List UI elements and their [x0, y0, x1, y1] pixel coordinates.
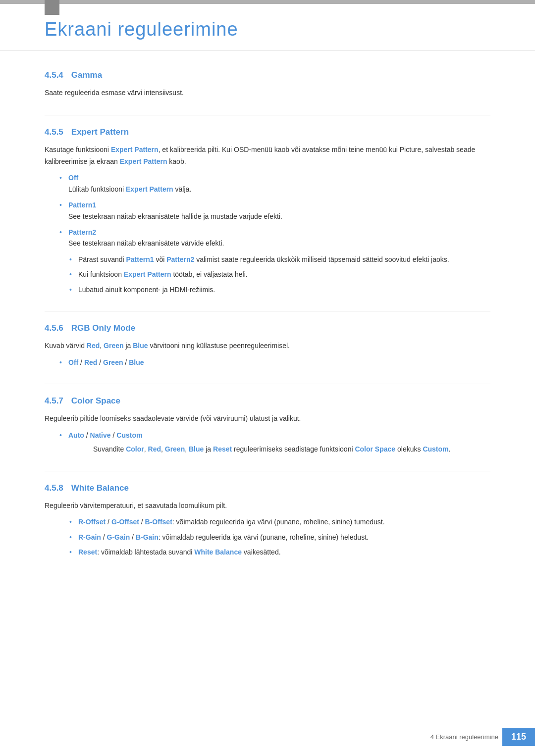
section-body-4-5-7: Reguleerib piltide loomiseks saadaolevat…	[45, 413, 490, 455]
footer: 4 Ekraani reguleerimine 115	[430, 728, 535, 746]
section-number-4-5-4: 4.5.4	[45, 70, 63, 80]
list-item-offset: R-Offset / G-Offset / B-Offset: võimalda…	[69, 516, 490, 527]
kw-expert-pattern-1: Expert Pattern	[111, 146, 159, 153]
kw-custom: Custom	[116, 431, 142, 439]
kw-g-gain: G-Gain	[107, 533, 130, 541]
kw-green-1: Green	[104, 342, 123, 350]
kw-color-cs: Color	[126, 445, 144, 453]
rgb-mode-list: Off / Red / Green / Blue	[59, 357, 490, 368]
kw-expert-pattern-3: Expert Pattern	[126, 185, 173, 193]
pattern2-description: See testekraan näitab ekraanisätete värv…	[68, 239, 224, 247]
section-number-4-5-6: 4.5.6	[45, 323, 63, 333]
section-4-5-6: 4.5.6 RGB Only Mode Kuvab värvid Red, Gr…	[45, 323, 490, 368]
divider-1	[45, 115, 490, 115]
section-body-4-5-4: Saate reguleerida esmase värvi intensiiv…	[45, 87, 490, 99]
kw-native: Native	[90, 431, 111, 439]
kw-expert-pattern-note: Expert Pattern	[124, 270, 171, 278]
divider-3	[45, 384, 490, 384]
header: Ekraani reguleerimine	[0, 4, 535, 50]
section-title-4-5-4: Gamma	[71, 70, 102, 80]
kw-r-offset: R-Offset	[78, 518, 106, 526]
section-number-4-5-8: 4.5.8	[45, 483, 63, 493]
list-item-pattern1: Pattern1 See testekraan näitab ekraanisä…	[59, 200, 490, 222]
page-title: Ekraani reguleerimine	[45, 19, 490, 40]
section-4-5-4: 4.5.4 Gamma Saate reguleerida esmase vär…	[45, 70, 490, 99]
section-title-4-5-8: White Balance	[71, 483, 129, 493]
kw-auto: Auto	[68, 431, 84, 439]
section-number-4-5-5: 4.5.5	[45, 127, 63, 137]
kw-b-offset: B-Offset	[145, 518, 172, 526]
section-intro-4-5-5: Kasutage funktsiooni Expert Pattern, et …	[45, 144, 490, 168]
list-item-off: Off Lülitab funktsiooni Expert Pattern v…	[59, 172, 490, 195]
kw-blue-rgb: Blue	[129, 358, 144, 366]
note-3: Lubatud ainult komponent- ja HDMI-režiim…	[69, 284, 490, 295]
kw-pattern2: Pattern2	[68, 228, 96, 236]
kw-pattern1: Pattern1	[68, 201, 96, 209]
section-title-4-5-6: RGB Only Mode	[71, 323, 135, 333]
kw-off-rgb: Off	[68, 358, 78, 366]
list-item-gain: R-Gain / G-Gain / B-Gain: võimaldab regu…	[69, 532, 490, 543]
kw-white-balance-wb: White Balance	[194, 548, 242, 556]
kw-blue-cs: Blue	[189, 445, 204, 453]
section-intro-4-5-8: Reguleerib värvitemperatuuri, et saavuta…	[45, 500, 490, 512]
color-space-list: Auto / Native / Custom Suvandite Color, …	[59, 430, 490, 455]
top-stripe	[0, 0, 535, 4]
main-content: 4.5.4 Gamma Saate reguleerida esmase vär…	[0, 70, 535, 613]
kw-pattern2-note: Pattern2	[166, 255, 194, 263]
expert-pattern-notes-list: Pärast suvandi Pattern1 või Pattern2 val…	[69, 254, 490, 295]
section-body-4-5-5: Kasutage funktsiooni Expert Pattern, et …	[45, 144, 490, 295]
footer-page-number: 115	[502, 728, 535, 746]
kw-pattern1-note: Pattern1	[126, 255, 154, 263]
kw-reset-cs: Reset	[213, 445, 232, 453]
section-4-5-5: 4.5.5 Expert Pattern Kasutage funktsioon…	[45, 127, 490, 295]
kw-r-gain: R-Gain	[78, 533, 101, 541]
list-item-rgb-options: Off / Red / Green / Blue	[59, 357, 490, 368]
kw-green-rgb: Green	[103, 358, 123, 366]
section-body-4-5-8: Reguleerib värvitemperatuuri, et saavuta…	[45, 500, 490, 558]
section-heading-4-5-5: 4.5.5 Expert Pattern	[45, 127, 490, 137]
kw-b-gain: B-Gain	[136, 533, 159, 541]
section-4-5-8: 4.5.8 White Balance Reguleerib värvitemp…	[45, 483, 490, 558]
section-number-4-5-7: 4.5.7	[45, 396, 63, 406]
kw-off: Off	[68, 174, 78, 182]
section-intro-4-5-4: Saate reguleerida esmase värvi intensiiv…	[45, 87, 490, 99]
section-intro-4-5-7: Reguleerib piltide loomiseks saadaolevat…	[45, 413, 490, 425]
section-heading-4-5-7: 4.5.7 Color Space	[45, 396, 490, 406]
divider-4	[45, 471, 490, 471]
section-heading-4-5-6: 4.5.6 RGB Only Mode	[45, 323, 490, 333]
kw-color-space-cs: Color Space	[355, 445, 395, 453]
note-2: Kui funktsioon Expert Pattern töötab, ei…	[69, 269, 490, 280]
note-1: Pärast suvandi Pattern1 või Pattern2 val…	[69, 254, 490, 265]
kw-custom-cs: Custom	[423, 445, 448, 453]
expert-pattern-main-list: Off Lülitab funktsiooni Expert Pattern v…	[59, 172, 490, 249]
kw-red-1: Red	[87, 342, 100, 350]
section-4-5-7: 4.5.7 Color Space Reguleerib piltide loo…	[45, 396, 490, 455]
section-heading-4-5-4: 4.5.4 Gamma	[45, 70, 490, 80]
off-description: Lülitab funktsiooni Expert Pattern välja…	[68, 185, 191, 193]
list-item-reset: Reset: võimaldab lähtestada suvandi Whit…	[69, 547, 490, 557]
section-intro-4-5-6: Kuvab värvid Red, Green ja Blue värvitoo…	[45, 340, 490, 352]
kw-green-cs: Green	[165, 445, 185, 453]
kw-g-offset: G-Offset	[111, 518, 139, 526]
section-title-4-5-5: Expert Pattern	[71, 127, 129, 137]
footer-text: 4 Ekraani reguleerimine	[430, 733, 502, 741]
white-balance-list: R-Offset / G-Offset / B-Offset: võimalda…	[69, 516, 490, 557]
kw-reset-wb: Reset	[78, 548, 97, 556]
section-body-4-5-6: Kuvab värvid Red, Green ja Blue värvitoo…	[45, 340, 490, 368]
kw-expert-pattern-2: Expert Pattern	[120, 157, 167, 165]
kw-red-cs: Red	[148, 445, 161, 453]
list-item-color-space-options: Auto / Native / Custom Suvandite Color, …	[59, 430, 490, 455]
color-space-description: Suvandite Color, Red, Green, Blue ja Res…	[93, 444, 490, 454]
kw-blue-1: Blue	[133, 342, 148, 350]
pattern1-description: See testekraan näitab ekraanisätete hall…	[68, 212, 282, 220]
section-heading-4-5-8: 4.5.8 White Balance	[45, 483, 490, 493]
section-title-4-5-7: Color Space	[71, 396, 120, 406]
divider-2	[45, 311, 490, 311]
page: Ekraani reguleerimine 4.5.4 Gamma Saate …	[0, 0, 535, 756]
kw-red-rgb: Red	[84, 358, 97, 366]
list-item-pattern2: Pattern2 See testekraan näitab ekraanisä…	[59, 227, 490, 249]
